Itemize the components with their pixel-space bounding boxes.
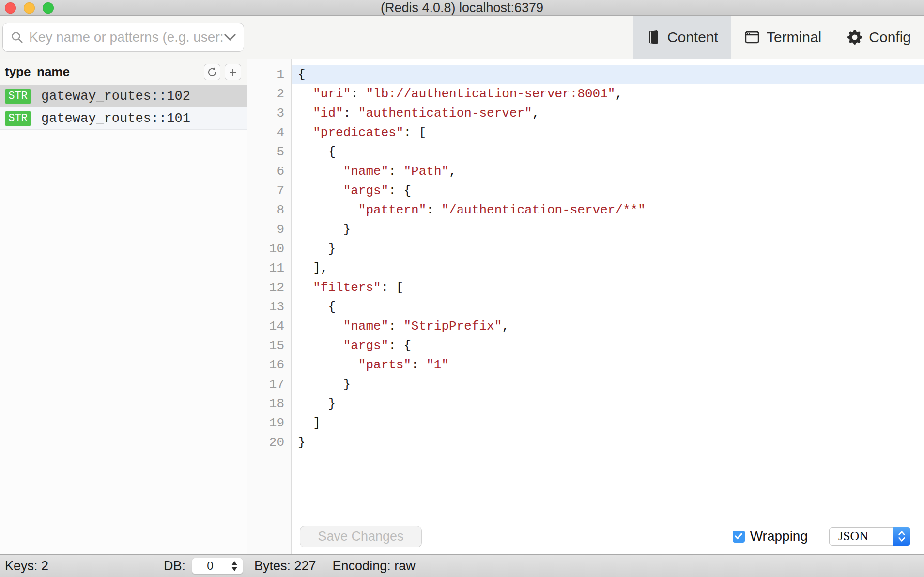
code-line[interactable]: "name": "Path", bbox=[292, 162, 924, 181]
app-window: (Redis 4.0.8) localhost:6379 type name bbox=[0, 0, 924, 577]
code-line[interactable]: "filters": [ bbox=[292, 278, 924, 297]
checkbox-icon bbox=[733, 531, 745, 543]
key-type-badge: STR bbox=[5, 111, 31, 126]
code-line[interactable]: } bbox=[292, 239, 924, 258]
refresh-keys-button[interactable] bbox=[204, 64, 220, 80]
key-name: gateway_routes::101 bbox=[41, 111, 190, 126]
db-selector: DB: 0 bbox=[164, 558, 243, 574]
keys-count: Keys: 2 bbox=[5, 559, 48, 574]
terminal-icon bbox=[744, 30, 760, 45]
value-editor[interactable]: 1234567891011121314151617181920 { "uri":… bbox=[247, 59, 924, 554]
key-list-header: type name bbox=[0, 59, 247, 85]
select-arrows-icon bbox=[893, 527, 910, 546]
main-area: type name STRgateway_routes::102STRgatew… bbox=[0, 16, 924, 554]
code-line[interactable]: "predicates": [ bbox=[292, 123, 924, 142]
code-line[interactable]: "args": { bbox=[292, 336, 924, 355]
code-line[interactable]: ] bbox=[292, 413, 924, 433]
code-line[interactable]: } bbox=[292, 394, 924, 413]
key-list: STRgateway_routes::102STRgateway_routes:… bbox=[0, 85, 247, 554]
search-icon bbox=[11, 31, 23, 44]
line-number: 3 bbox=[247, 104, 291, 123]
code-line[interactable]: } bbox=[292, 433, 924, 452]
code-line[interactable]: "args": { bbox=[292, 181, 924, 200]
minimize-window-button[interactable] bbox=[24, 2, 35, 14]
zoom-window-button[interactable] bbox=[43, 2, 54, 14]
refresh-icon bbox=[207, 67, 217, 77]
code-line[interactable]: { bbox=[292, 65, 924, 84]
line-number: 16 bbox=[247, 355, 291, 375]
code-line[interactable]: "name": "StripPrefix", bbox=[292, 317, 924, 336]
window-title: (Redis 4.0.8) localhost:6379 bbox=[0, 0, 924, 16]
line-number: 5 bbox=[247, 142, 291, 162]
line-number: 9 bbox=[247, 220, 291, 239]
stepper-arrows-icon bbox=[228, 561, 243, 571]
line-number: 7 bbox=[247, 181, 291, 200]
editor-bottom-bar: Save Changes Wrapping JSON bbox=[292, 518, 924, 554]
code-line[interactable]: } bbox=[292, 220, 924, 239]
statusbar: Keys: 2 DB: 0 Bytes: 227 Encoding: raw bbox=[0, 554, 924, 577]
line-number: 1 bbox=[247, 65, 291, 84]
column-header-name: name bbox=[37, 64, 70, 79]
line-number: 20 bbox=[247, 433, 291, 452]
window-controls bbox=[5, 2, 54, 14]
line-number: 17 bbox=[247, 375, 291, 394]
db-label: DB: bbox=[164, 559, 185, 574]
format-select-value: JSON bbox=[830, 529, 868, 544]
line-number: 8 bbox=[247, 200, 291, 220]
line-number: 11 bbox=[247, 258, 291, 278]
statusbar-right: Bytes: 227 Encoding: raw bbox=[247, 555, 924, 577]
line-number: 15 bbox=[247, 336, 291, 355]
line-number: 2 bbox=[247, 84, 291, 104]
tabbar: ContentTerminalConfig bbox=[247, 16, 924, 59]
tab-label: Config bbox=[869, 29, 911, 46]
tab-terminal[interactable]: Terminal bbox=[731, 16, 834, 59]
key-type-badge: STR bbox=[5, 89, 31, 104]
line-number: 4 bbox=[247, 123, 291, 142]
format-select[interactable]: JSON bbox=[829, 527, 910, 546]
wrapping-toggle[interactable]: Wrapping bbox=[733, 529, 808, 544]
search-input[interactable] bbox=[29, 30, 224, 45]
code-area[interactable]: { "uri": "lb://authentication-server:800… bbox=[292, 59, 924, 554]
column-header-type: type bbox=[5, 64, 37, 79]
plus-icon bbox=[228, 67, 238, 77]
bytes-info: Bytes: 227 bbox=[254, 559, 316, 574]
key-search-box bbox=[2, 23, 244, 52]
code-line[interactable]: "parts": "1" bbox=[292, 355, 924, 375]
wrapping-label: Wrapping bbox=[750, 529, 808, 544]
key-row[interactable]: STRgateway_routes::101 bbox=[0, 107, 247, 130]
gear-icon bbox=[847, 30, 862, 45]
book-icon bbox=[646, 30, 661, 45]
tab-content[interactable]: Content bbox=[633, 16, 731, 59]
key-name: gateway_routes::102 bbox=[41, 89, 190, 104]
close-window-button[interactable] bbox=[5, 2, 16, 14]
line-number: 18 bbox=[247, 394, 291, 413]
line-number: 19 bbox=[247, 413, 291, 433]
titlebar: (Redis 4.0.8) localhost:6379 bbox=[0, 0, 924, 16]
chevron-down-icon[interactable] bbox=[224, 34, 236, 41]
db-value: 0 bbox=[192, 559, 228, 573]
key-row[interactable]: STRgateway_routes::102 bbox=[0, 85, 247, 107]
line-number: 6 bbox=[247, 162, 291, 181]
encoding-info: Encoding: raw bbox=[333, 559, 416, 574]
code-line[interactable]: ], bbox=[292, 258, 924, 278]
tab-label: Terminal bbox=[767, 29, 821, 46]
code-line[interactable]: "uri": "lb://authentication-server:8001"… bbox=[292, 84, 924, 104]
line-number: 10 bbox=[247, 239, 291, 258]
code-line[interactable]: { bbox=[292, 142, 924, 162]
search-band bbox=[0, 16, 247, 59]
code-line[interactable]: } bbox=[292, 375, 924, 394]
content-panel: ContentTerminalConfig 123456789101112131… bbox=[247, 16, 924, 554]
code-line[interactable]: { bbox=[292, 297, 924, 317]
tab-config[interactable]: Config bbox=[834, 16, 924, 59]
editor-view-controls: Wrapping JSON bbox=[733, 527, 910, 546]
db-stepper[interactable]: 0 bbox=[192, 558, 243, 574]
line-number-gutter: 1234567891011121314151617181920 bbox=[247, 59, 292, 554]
line-number: 13 bbox=[247, 297, 291, 317]
statusbar-left: Keys: 2 DB: 0 bbox=[0, 555, 247, 577]
save-changes-button[interactable]: Save Changes bbox=[300, 526, 422, 547]
sidebar: type name STRgateway_routes::102STRgatew… bbox=[0, 16, 247, 554]
code-line[interactable]: "id": "authentication-server", bbox=[292, 104, 924, 123]
line-number: 12 bbox=[247, 278, 291, 297]
code-line[interactable]: "pattern": "/authentication-server/**" bbox=[292, 200, 924, 220]
add-key-button[interactable] bbox=[225, 64, 241, 80]
